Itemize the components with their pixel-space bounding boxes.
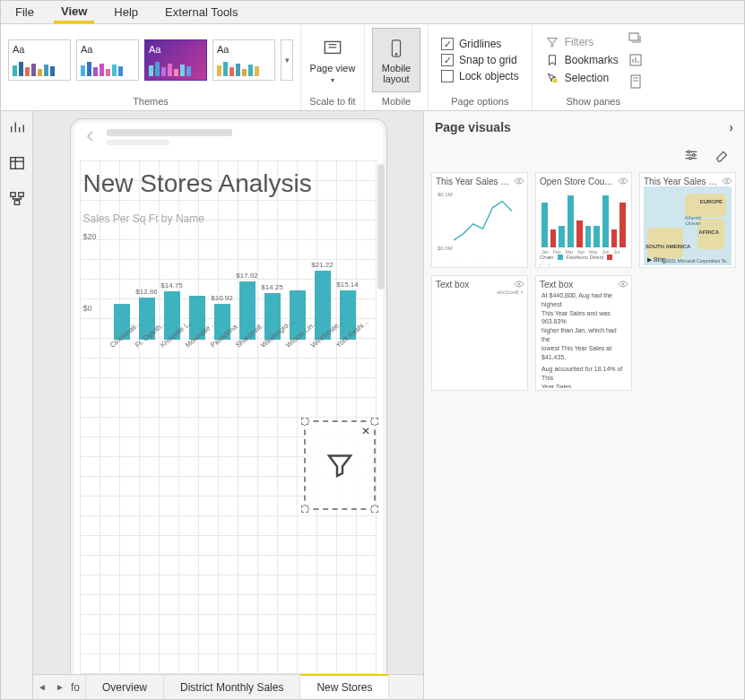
mobile-layout-label: Mobile layout: [373, 63, 420, 84]
ribbon: Aa Aa Aa: [1, 24, 744, 111]
svg-rect-8: [10, 193, 14, 197]
page-tabs: ◄ ► fo Overview District Monthly Sales N…: [33, 674, 423, 699]
data-view-icon[interactable]: [8, 154, 26, 172]
mobile-layout-button[interactable]: Mobile layout: [372, 28, 420, 92]
filters-pane-toggle[interactable]: Filters: [545, 35, 619, 49]
remove-visual-icon[interactable]: ✕: [361, 425, 370, 437]
sync-slicers-icon[interactable]: [628, 30, 644, 47]
more-panes-icon[interactable]: [628, 73, 644, 90]
tile-label: Text box: [540, 280, 628, 290]
svg-point-17: [518, 283, 520, 285]
model-view-icon[interactable]: [8, 190, 26, 208]
canvas-area: New Stores Analysis Sales Per Sq Ft by N…: [33, 111, 423, 699]
visibility-icon[interactable]: [514, 176, 524, 186]
snap-to-grid-checkbox[interactable]: Snap to grid: [441, 54, 519, 66]
phone-subtitle-placeholder: [107, 140, 169, 145]
theme-swatch-4[interactable]: Aa: [212, 39, 275, 81]
svg-point-16: [726, 180, 728, 182]
legend-a: Fashions Direct: [567, 255, 604, 260]
y-tick-20: $20: [83, 232, 110, 241]
page-view-label: Page view: [310, 63, 356, 73]
page-options-group-label: Page options: [451, 96, 508, 108]
selection-pane-toggle[interactable]: Selection: [545, 71, 619, 85]
svg-point-2: [395, 54, 396, 55]
menu-external-tools[interactable]: External Tools: [158, 3, 245, 22]
mobile-icon: [384, 36, 409, 61]
tab-peek[interactable]: fo: [69, 675, 86, 699]
tile-text-box-2[interactable]: Text box At $440,800, Aug had the highes…: [535, 275, 632, 391]
tab-new-stores[interactable]: New Stores: [300, 674, 389, 698]
tile-this-year-sales-map[interactable]: This Year Sales b... EUROPE AFRICA SOUTH…: [639, 172, 736, 268]
visibility-icon[interactable]: [618, 279, 628, 290]
settings-icon[interactable]: [683, 147, 701, 165]
visibility-icon[interactable]: [722, 176, 732, 186]
performance-analyzer-icon[interactable]: [628, 52, 644, 68]
funnel-icon: [324, 449, 356, 481]
bookmarks-pane-toggle[interactable]: Bookmarks: [545, 53, 619, 67]
theme-aa-label: Aa: [149, 44, 203, 55]
svg-rect-4: [629, 33, 638, 40]
svg-point-11: [688, 151, 690, 153]
textbox2-content: At $440,800, Aug had the highest This Ye…: [540, 290, 628, 388]
page-view-button[interactable]: Page view ▾: [308, 28, 357, 92]
tile-text-box-1[interactable]: Text box abcDoeB ×: [431, 275, 528, 391]
textbox1-content: abcDoeB ×: [497, 290, 524, 295]
selection-icon: [545, 71, 559, 85]
mini-map: EUROPE AFRICA SOUTH AMERICA Atlantic Oce…: [644, 186, 732, 265]
bookmarks-label: Bookmarks: [565, 54, 619, 66]
tile-label: Open Store Cou...: [540, 177, 628, 186]
svg-rect-3: [553, 79, 557, 82]
chart-subtitle: Sales Per Sq Ft by Name: [80, 200, 377, 229]
gridlines-checkbox[interactable]: Gridlines: [441, 38, 519, 50]
gridlines-label: Gridlines: [459, 38, 501, 50]
tab-overview[interactable]: Overview: [86, 675, 164, 699]
slicer-visual-selected[interactable]: ✕: [304, 420, 376, 510]
tile-label: This Year Sales b...: [436, 177, 524, 186]
menu-help[interactable]: Help: [107, 3, 145, 22]
theme-swatch-3[interactable]: Aa: [144, 39, 207, 81]
left-nav-rail: [1, 111, 33, 699]
theme-swatch-1[interactable]: Aa: [8, 39, 71, 81]
filters-label: Filters: [565, 36, 594, 48]
legend-chain: Chain: [540, 255, 554, 260]
svg-rect-10: [14, 201, 19, 205]
x-axis-labels: Cincinnati...Ft. Ogleth...Knoxville L...…: [108, 340, 377, 370]
svg-point-13: [689, 157, 692, 160]
report-view-icon[interactable]: [8, 118, 26, 136]
lock-objects-checkbox[interactable]: Lock objects: [441, 70, 519, 82]
mini-bar-chart: [540, 186, 628, 249]
themes-dropdown[interactable]: ▾: [281, 39, 293, 81]
phone-scrollbar[interactable]: [377, 164, 385, 290]
page-visuals-panel: Page visuals › This Year Sales b... $0.1…: [423, 111, 744, 699]
tab-nav-prev[interactable]: ◄: [33, 675, 51, 699]
theme-swatch-2[interactable]: Aa: [76, 39, 139, 81]
eraser-icon[interactable]: [714, 147, 732, 165]
canvas-title: New Stores Analysis: [80, 160, 377, 200]
svg-point-12: [692, 154, 695, 157]
legend-b: Lindseys: [540, 264, 561, 265]
filter-icon: [545, 35, 559, 49]
tile-this-year-sales-line[interactable]: This Year Sales b... $0.1M $0.0M ·······: [431, 172, 528, 268]
menu-file[interactable]: File: [8, 3, 41, 22]
theme-aa-label: Aa: [13, 44, 66, 55]
menubar: File View Help External Tools: [1, 1, 744, 24]
svg-rect-9: [18, 193, 22, 197]
selection-label: Selection: [565, 72, 609, 84]
svg-rect-7: [10, 158, 22, 169]
mobile-canvas[interactable]: New Stores Analysis Sales Per Sq Ft by N…: [70, 118, 387, 674]
tab-nav-next[interactable]: ►: [51, 675, 69, 699]
visibility-icon[interactable]: [514, 279, 524, 290]
theme-aa-label: Aa: [217, 44, 271, 55]
phone-back-icon: [83, 129, 100, 145]
tile-open-store-count[interactable]: Open Store Cou... JanFebMarAprMayJu: [535, 172, 632, 268]
mobile-group-label: Mobile: [382, 96, 411, 108]
svg-point-14: [518, 180, 520, 182]
visibility-icon[interactable]: [618, 176, 628, 186]
menu-view[interactable]: View: [54, 2, 94, 23]
mini-line-chart: [439, 190, 520, 255]
workspace: New Stores Analysis Sales Per Sq Ft by N…: [1, 111, 744, 699]
tab-district-monthly-sales[interactable]: District Monthly Sales: [164, 675, 300, 699]
theme-aa-label: Aa: [81, 44, 134, 55]
svg-rect-6: [631, 75, 640, 88]
panel-expand-icon[interactable]: ›: [729, 120, 733, 134]
